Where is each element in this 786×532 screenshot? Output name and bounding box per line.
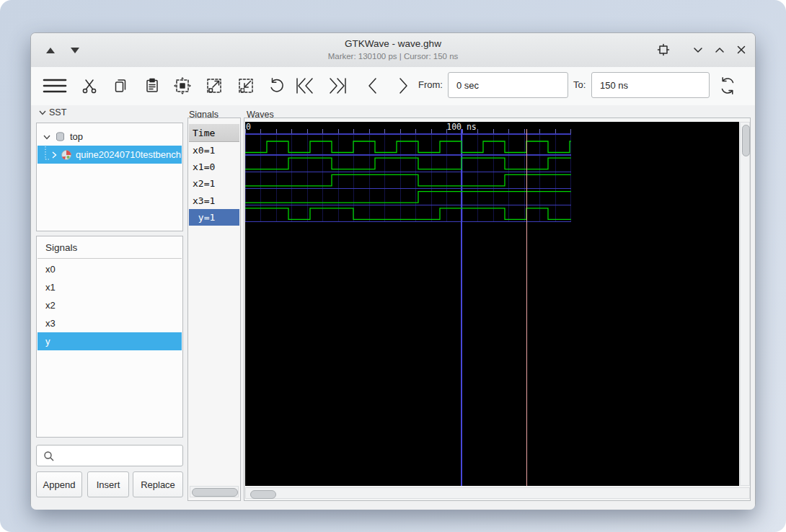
zoom-in-icon[interactable]: [201, 73, 227, 99]
names-hscrollbar[interactable]: [190, 486, 239, 497]
tree-item-testbench[interactable]: quine20240710testbench: [37, 146, 182, 164]
from-label: From:: [418, 79, 443, 90]
signal-list-header: Signals: [37, 237, 182, 259]
zoom-fit-icon[interactable]: [169, 73, 195, 99]
signal-list-item-x2[interactable]: x2: [37, 296, 182, 314]
waves-hscrollbar[interactable]: [245, 487, 750, 499]
menu-icon[interactable]: [40, 73, 70, 99]
to-input[interactable]: [591, 72, 710, 98]
waves-vscrollbar-thumb[interactable]: [742, 125, 750, 156]
replace-button[interactable]: Replace: [133, 471, 183, 497]
screenshot-root: GTKWave - wave.ghw Marker: 130100 ps | C…: [0, 0, 786, 532]
waves-hscrollbar-thumb[interactable]: [250, 490, 276, 499]
signal-list-panel: Signals x0x1x2x3y: [36, 236, 183, 438]
wave-trace-x0: [245, 141, 571, 153]
signal-list-item-y[interactable]: y: [37, 332, 182, 350]
from-input[interactable]: [448, 72, 568, 98]
module-icon: [55, 131, 66, 142]
waves-panel: 0100 ns: [244, 118, 751, 501]
window-title: GTKWave - wave.ghw: [31, 38, 755, 49]
sst-label: SST: [49, 107, 66, 118]
insert-button[interactable]: Insert: [87, 471, 129, 497]
tree-item-label: quine20240710testbench: [76, 149, 182, 160]
waves-vscrollbar[interactable]: [740, 122, 750, 486]
minimize-icon[interactable]: [692, 43, 705, 56]
wave-trace-y: [245, 208, 571, 220]
cut-icon[interactable]: [76, 73, 102, 99]
paste-icon[interactable]: [139, 73, 165, 99]
marker-cursor-status: Marker: 130100 ps | Cursor: 150 ns: [31, 52, 755, 61]
package-icon: [61, 149, 72, 161]
tree-item-label: top: [70, 131, 83, 142]
copy-icon[interactable]: [107, 73, 133, 99]
prev-edge-icon[interactable]: [360, 73, 386, 99]
close-icon[interactable]: [735, 43, 748, 56]
toolbar: From: To:: [31, 67, 755, 106]
wave-trace-x3: [245, 192, 571, 203]
name-row-x0[interactable]: x0 =1: [189, 142, 239, 159]
search-icon: [43, 451, 55, 462]
zoom-out-icon[interactable]: [233, 73, 259, 99]
reload-icon[interactable]: [715, 73, 741, 99]
wave-trace-x1: [245, 158, 571, 169]
timescale-label: 0: [246, 122, 251, 132]
maximize-icon[interactable]: [713, 43, 726, 56]
name-row-x2[interactable]: x2 =1: [189, 175, 239, 192]
sst-expander[interactable]: SST: [38, 107, 66, 118]
undo-icon[interactable]: [263, 73, 289, 99]
time-header: Time: [189, 124, 239, 142]
gtkwave-window: GTKWave - wave.ghw Marker: 130100 ps | C…: [30, 32, 756, 509]
to-label: To:: [573, 79, 586, 90]
expander-open-icon[interactable]: [43, 133, 51, 141]
name-row-x3[interactable]: x3 =1: [189, 192, 239, 209]
names-panel: Time x0 =1x1 =0x2 =1x3 =1y =1: [187, 118, 241, 501]
names-hscrollbar-thumb[interactable]: [192, 488, 238, 497]
main-content: SST top: [31, 105, 755, 510]
signal-list-item-x0[interactable]: x0: [37, 260, 182, 278]
tree-item-top[interactable]: top: [37, 128, 182, 146]
append-button[interactable]: Append: [36, 471, 82, 497]
next-edge-icon[interactable]: [390, 73, 416, 99]
timescale-label: 100 ns: [446, 122, 477, 132]
sst-tree-panel: top quine20240710testbench: [36, 123, 183, 231]
go-to-end-icon[interactable]: [325, 73, 348, 99]
signal-list-item-x3[interactable]: x3: [37, 314, 182, 332]
restore-icon[interactable]: [657, 43, 670, 56]
tree-guide: [42, 146, 49, 164]
expander-closed-icon[interactable]: [50, 151, 58, 159]
titlebar[interactable]: GTKWave - wave.ghw Marker: 130100 ps | C…: [31, 33, 755, 68]
signal-search-box[interactable]: [36, 445, 183, 466]
name-row-y[interactable]: y =1: [189, 209, 239, 226]
wave-trace-x2: [245, 174, 571, 186]
name-row-x1[interactable]: x1 =0: [189, 159, 239, 175]
wave-canvas[interactable]: 0100 ns: [245, 122, 739, 486]
go-to-start-icon[interactable]: [294, 73, 317, 99]
signal-list-item-x1[interactable]: x1: [37, 278, 182, 296]
